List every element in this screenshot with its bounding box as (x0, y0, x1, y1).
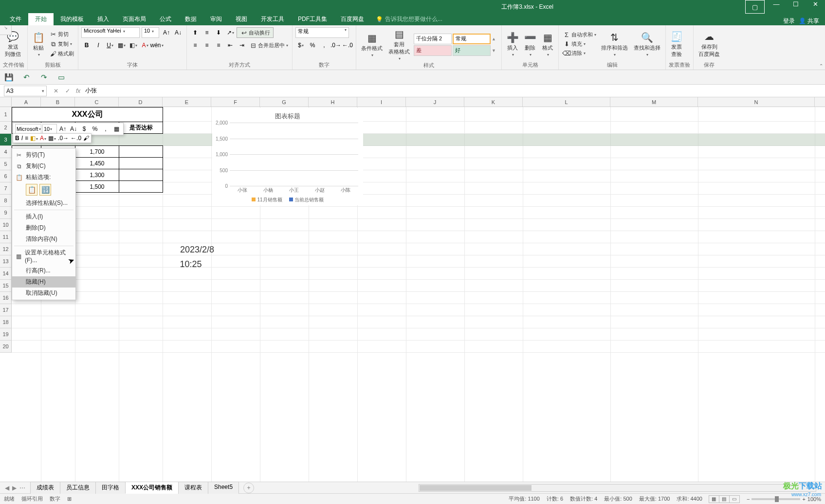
zoom-out-button[interactable]: − (747, 496, 750, 502)
row-header-17[interactable]: 17 (0, 304, 12, 316)
col-header-A[interactable]: A (12, 97, 41, 107)
format-painter-button[interactable]: 🖌格式刷 (48, 50, 75, 58)
enter-formula-button[interactable]: ✓ (63, 88, 72, 94)
increase-font-button[interactable]: A↑ (161, 27, 172, 38)
col-header-D[interactable]: D (119, 97, 163, 107)
row-header-10[interactable]: 10 (0, 219, 12, 231)
sheet-nav[interactable]: ◀▶⋯ (4, 485, 26, 491)
formula-input[interactable] (83, 86, 825, 96)
paste-option-button[interactable]: 🔢 (39, 184, 51, 196)
row-header-14[interactable]: 14 (0, 268, 12, 280)
indent-inc-button[interactable]: ⇥ (237, 40, 247, 51)
tab-insert[interactable]: 插入 (91, 13, 116, 25)
percent-button[interactable]: % (307, 40, 318, 51)
delete-cells-button[interactable]: ➖删除▾ (522, 31, 538, 58)
tab-formulas[interactable]: 公式 (153, 13, 178, 25)
spreadsheet-grid[interactable]: ABCDEFGHIJKLMN 1234567891011121314151617… (0, 97, 825, 482)
sheet-tab[interactable]: XXX公司销售额 (125, 482, 179, 494)
italic-button[interactable]: I (93, 40, 104, 51)
normal-view-button[interactable]: ▦ (709, 495, 719, 503)
column-headers[interactable]: ABCDEFGHIJKLMN (12, 97, 825, 107)
undo-button[interactable]: ↶ (21, 72, 31, 82)
conditional-format-button[interactable]: ▦条件格式▾ (359, 31, 385, 58)
col-header-G[interactable]: G (260, 97, 309, 107)
currency-button[interactable]: $▾ (295, 40, 306, 51)
copy-button[interactable]: ⧉复制▾ (48, 40, 75, 49)
col-header-N[interactable]: N (698, 97, 815, 107)
style-thousands[interactable]: 千位分隔 2 (414, 34, 452, 44)
fill-color-button[interactable]: ◧▾ (128, 40, 139, 51)
tab-pagelayout[interactable]: 页面布局 (116, 13, 153, 25)
col-header-I[interactable]: I (357, 97, 406, 107)
mini-fontcolor-button[interactable]: A▾ (40, 135, 46, 142)
menu-item[interactable]: ✂剪切(T) (12, 149, 75, 161)
mini-font-select[interactable]: Microsoft▾ (15, 124, 41, 134)
autosum-button[interactable]: Σ自动求和▾ (562, 31, 597, 39)
sheet-tab[interactable]: Sheet5 (208, 482, 239, 494)
row-header-19[interactable]: 19 (0, 328, 12, 341)
row-header-7[interactable]: 7 (0, 182, 12, 195)
row-header-13[interactable]: 13 (0, 255, 12, 268)
col-header-L[interactable]: L (523, 97, 610, 107)
tab-mytemplates[interactable]: 我的模板 (54, 13, 91, 25)
style-bad[interactable]: 差 (414, 45, 452, 56)
phonetic-button[interactable]: wén▾ (151, 40, 162, 51)
tab-developer[interactable]: 开发工具 (254, 13, 291, 25)
cancel-formula-button[interactable]: ✕ (52, 88, 60, 94)
menu-item[interactable]: 删除(D) (12, 222, 75, 234)
font-name-select[interactable]: Microsoft YaHei ▾ (81, 27, 140, 38)
qat-custom-button[interactable]: ▭ (56, 72, 66, 82)
decrease-font-button[interactable]: A↓ (173, 27, 183, 38)
underline-button[interactable]: U▾ (105, 40, 115, 51)
cut-button[interactable]: ✂剪切 (48, 30, 75, 39)
orientation-button[interactable]: ↗▾ (225, 27, 236, 38)
paste-option-button[interactable]: 📋 (26, 184, 37, 196)
align-top-button[interactable]: ⬆ (190, 27, 201, 38)
mini-percent-button[interactable]: % (90, 124, 100, 134)
mini-size-select[interactable]: 10▾ (42, 124, 57, 134)
row-header-12[interactable]: 12 (0, 243, 12, 255)
clear-button[interactable]: ⌫清除▾ (562, 49, 597, 58)
find-select-button[interactable]: 🔍查找和选择▾ (632, 31, 662, 58)
dec-decimal-button[interactable]: ←.0 (342, 40, 353, 51)
paste-button[interactable]: 📋粘贴▾ (31, 31, 46, 58)
redo-button[interactable]: ↷ (39, 72, 49, 82)
wrap-text-button[interactable]: ↩自动换行 (237, 27, 274, 38)
font-size-select[interactable]: 10 ▾ (142, 27, 159, 38)
fill-button[interactable]: ⬇填充▾ (562, 40, 597, 49)
share-button[interactable]: 👤 共享 (799, 17, 819, 25)
sheet-tab[interactable]: 员工信息 (60, 482, 96, 494)
align-center-button[interactable]: ≡ (202, 40, 212, 51)
mini-align-button[interactable]: ≡ (25, 135, 28, 142)
tab-data[interactable]: 数据 (178, 13, 203, 25)
tab-review[interactable]: 审阅 (203, 13, 229, 25)
invoice-check-button[interactable]: 🧾发票 查验 (669, 30, 684, 59)
mini-painter-button[interactable]: 🖌 (83, 135, 89, 142)
tab-baidu[interactable]: 百度网盘 (334, 13, 371, 25)
format-as-table-button[interactable]: ▤套用 表格格式▾ (386, 27, 412, 62)
inc-decimal-button[interactable]: .0→ (330, 40, 341, 51)
row-header-20[interactable]: 20 (0, 341, 12, 353)
font-color-button[interactable]: A▾ (140, 40, 150, 51)
row-header-6[interactable]: 6 (0, 170, 12, 182)
mini-inc-font-button[interactable]: A↑ (58, 124, 68, 134)
add-sheet-button[interactable]: ＋ (243, 483, 254, 493)
number-format-select[interactable]: 常规 ▾ (295, 27, 349, 38)
indent-dec-button[interactable]: ⇤ (225, 40, 236, 51)
row-header-5[interactable]: 5 (0, 158, 12, 170)
close-button[interactable]: ✕ (806, 0, 825, 11)
merge-center-button[interactable]: ⊟合并后居中▾ (248, 40, 289, 51)
col-header-E[interactable]: E (163, 97, 211, 107)
style-up-icon[interactable]: ▲ (492, 36, 498, 41)
menu-item[interactable]: ▦设置单元格格式(F)... (12, 247, 75, 265)
comma-button[interactable]: , (319, 40, 330, 51)
scrollbar-thumb[interactable] (420, 485, 532, 491)
col-header-B[interactable]: B (41, 97, 75, 107)
col-header-C[interactable]: C (75, 97, 119, 107)
tab-pdf[interactable]: PDF工具集 (291, 13, 334, 25)
date-cell[interactable]: 2023/2/8 (167, 245, 214, 255)
tell-me[interactable]: 💡告诉我您想要做什么... (371, 13, 447, 25)
embedded-chart[interactable]: 图表标题 05001,0001,5002,000 小张小杨小王小赵小陈 11月销… (212, 108, 363, 205)
page-break-view-button[interactable]: ▭ (729, 495, 740, 503)
menu-item[interactable]: 选择性粘贴(S)... (12, 198, 75, 209)
